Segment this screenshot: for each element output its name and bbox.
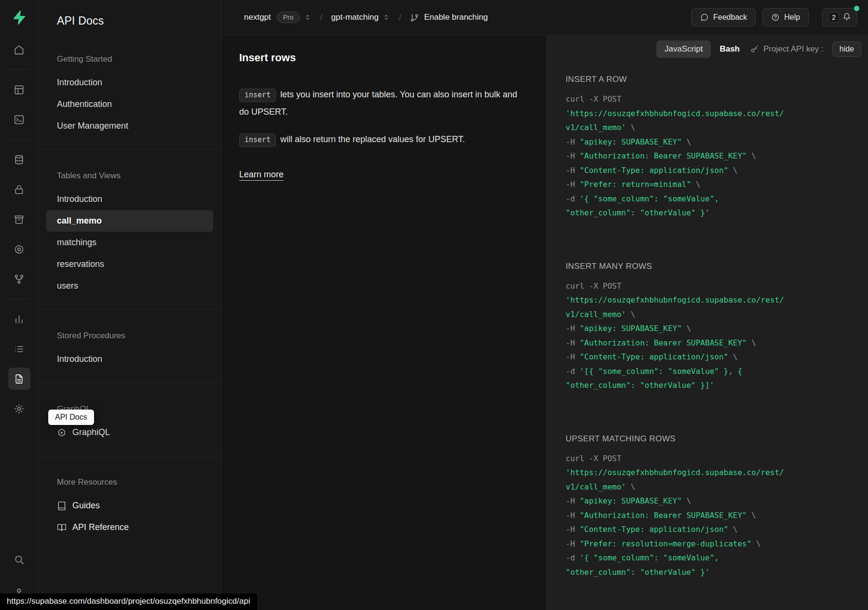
sidebar-item-label: API Reference (72, 522, 129, 532)
code-block[interactable]: curl -X POST'https://osuzqefxhbhubnfogic… (566, 279, 849, 393)
sidebar-item-introduction[interactable]: Introduction (39, 348, 221, 370)
sidebar-item-label: User Management (57, 121, 128, 131)
feedback-bubble-icon (700, 13, 709, 22)
sidebar-item-api-reference[interactable]: API Reference (39, 517, 221, 538)
code-line: -H "Authorization: Bearer SUPABASE_KEY" … (566, 149, 849, 163)
code-line: "other_column": "otherValue" }]' (566, 378, 849, 393)
rail-item-edge-functions[interactable] (8, 238, 30, 260)
org-name: nextgpt (244, 13, 271, 22)
realtime-icon (14, 274, 25, 285)
code-line: v1/call_memo' \ (566, 480, 849, 494)
sidebar-item-label: Authentication (57, 99, 112, 109)
chevron-updown-icon[interactable] (304, 13, 312, 21)
code-line: -H "Prefer: return=minimal" \ (566, 177, 849, 192)
rail-item-sql-editor[interactable] (8, 108, 30, 131)
sidebar-section-heading: Stored Procedures (39, 331, 221, 341)
code-line: -H "Content-Type: application/json" \ (566, 522, 849, 537)
help-button[interactable]: Help (762, 8, 809, 27)
code-line: curl -X POST (566, 92, 849, 106)
code-line: -H "Content-Type: application/json" \ (566, 350, 849, 364)
code-line: -d '[{ "some_column": "someValue" }, { (566, 364, 849, 379)
breadcrumb: nextgpt Pro / gpt-matching / Enable bran… (244, 12, 488, 23)
code-sections: INSERT A ROWcurl -X POST'https://osuzqef… (546, 58, 868, 579)
help-circle-icon (771, 13, 780, 22)
sidebar-item-introduction[interactable]: Introduction (39, 72, 221, 93)
rail-item-api-docs[interactable] (8, 368, 30, 390)
sql-editor-icon (14, 114, 25, 125)
code-line: v1/call_memo' \ (566, 120, 849, 135)
sidebar-item-call-memo[interactable]: call_memo (46, 210, 213, 232)
org-selector[interactable]: nextgpt Pro (244, 12, 312, 23)
graphql-icon (57, 428, 67, 438)
sidebar-item-label: Introduction (57, 78, 102, 88)
sidebar-item-authentication[interactable]: Authentication (39, 93, 221, 115)
doc-paragraph: insert will also return the replaced val… (239, 131, 524, 148)
tab-javascript[interactable]: JavaScript (656, 40, 711, 58)
sidebar-title: API Docs (39, 0, 221, 27)
bell-icon (842, 13, 851, 23)
rail-item-storage[interactable] (8, 208, 30, 230)
table-editor-icon (14, 84, 25, 95)
rail-divider (8, 139, 30, 140)
rail-item-reports[interactable] (8, 308, 30, 330)
breadcrumb-divider: / (317, 12, 326, 23)
supabase-bolt-icon (11, 9, 27, 26)
supabase-logo[interactable] (10, 8, 29, 27)
rail-item-table-editor[interactable] (8, 79, 30, 101)
rail-item-settings[interactable] (8, 398, 30, 420)
sidebar-item-label: matchings (57, 238, 96, 248)
code-line: -d '{ "some_column": "someValue", (566, 551, 849, 565)
doc-paragraph: insert lets you insert into your tables.… (239, 86, 524, 120)
sidebar-item-label: call_memo (57, 216, 102, 226)
code-line: -H "Prefer: resolution=merge-duplicates"… (566, 537, 849, 551)
code-line: -H "Content-Type: application/json" \ (566, 163, 849, 178)
insert-code-chip: insert (239, 89, 276, 102)
sidebar-item-label: Introduction (57, 194, 102, 204)
sidebar-item-label: Guides (72, 501, 100, 511)
code-block[interactable]: curl -X POST'https://osuzqefxhbhubnfogic… (566, 92, 849, 220)
learn-more-link[interactable]: Learn more (239, 170, 284, 180)
rail-item-home[interactable] (8, 39, 30, 61)
hide-api-key-button[interactable]: hide (832, 41, 861, 57)
rail-item-search[interactable] (8, 548, 30, 570)
book-icon (57, 501, 67, 511)
code-line: v1/call_memo' \ (566, 307, 849, 322)
sidebar-item-guides[interactable]: Guides (39, 495, 221, 517)
chevron-updown-icon[interactable] (382, 13, 390, 21)
app-root: API Docs Getting StartedIntroductionAuth… (0, 0, 868, 610)
sidebar-item-users[interactable]: users (39, 275, 221, 297)
enable-branching-label: Enable branching (424, 13, 488, 22)
tab-bash[interactable]: Bash (719, 44, 740, 54)
sidebar-item-reservations[interactable]: reservations (39, 253, 221, 275)
rail-divider (8, 69, 30, 70)
code-line: curl -X POST (566, 279, 849, 293)
settings-icon (14, 403, 25, 414)
code-line: 'https://osuzqefxhbhubnfogicd.supabase.c… (566, 106, 849, 121)
rail-item-database[interactable] (8, 148, 30, 171)
rail-item-authentication[interactable] (8, 178, 30, 200)
feedback-button[interactable]: Feedback (692, 8, 756, 27)
sidebar-item-user-management[interactable]: User Management (39, 115, 221, 137)
code-line: -H "apikey: SUPABASE_KEY" \ (566, 494, 849, 508)
storage-icon (14, 214, 25, 225)
code-line: "other_column": "otherValue" }' (566, 565, 849, 580)
logs-icon (14, 344, 25, 355)
rail-divider (8, 299, 30, 299)
code-section-title: UPSERT MATCHING ROWS (566, 434, 849, 444)
code-block[interactable]: curl -X POST'https://osuzqefxhbhubnfogic… (566, 451, 849, 580)
notifications-button[interactable]: 2 (822, 8, 857, 27)
doc-paragraph-text: lets you insert into your tables. You ca… (239, 90, 517, 117)
enable-branching-button[interactable]: Enable branching (410, 13, 488, 22)
top-bar: nextgpt Pro / gpt-matching / Enable bran… (222, 0, 868, 35)
sidebar-item-label: Introduction (57, 354, 102, 364)
notification-count-badge: 2 (828, 12, 839, 23)
project-selector[interactable]: gpt-matching (331, 13, 390, 22)
rail-item-logs[interactable] (8, 338, 30, 360)
rail-item-realtime[interactable] (8, 268, 30, 290)
sidebar-item-introduction[interactable]: Introduction (39, 188, 221, 210)
api-key-group: Project API key : (750, 44, 824, 54)
code-panel: JavaScript Bash Project API key : hide I… (545, 35, 868, 610)
code-line: -H "apikey: SUPABASE_KEY" \ (566, 135, 849, 149)
code-section-insert-many-rows: INSERT MANY ROWScurl -X POST'https://osu… (566, 262, 849, 393)
sidebar-item-matchings[interactable]: matchings (39, 232, 221, 253)
